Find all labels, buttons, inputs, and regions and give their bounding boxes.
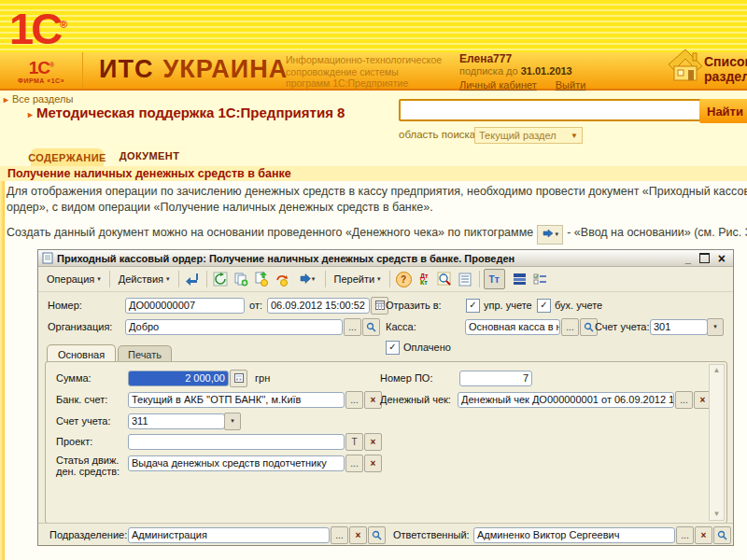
paid-checkbox[interactable]: ✓ (386, 341, 400, 355)
registered-mark: ® (60, 19, 67, 30)
tab-main[interactable]: Основная (47, 344, 116, 363)
window-titlebar[interactable]: Приходный кассовый ордер: Получение нали… (38, 250, 733, 267)
paid-label: Оплачено (403, 342, 451, 353)
scroll-down-icon[interactable]: ▼ (713, 509, 721, 520)
magnifier-icon (366, 322, 376, 332)
toolbar-separator (178, 271, 179, 287)
add-payment-icon[interactable] (252, 270, 272, 288)
structure-icon[interactable] (510, 270, 529, 288)
calculator-icon (234, 373, 244, 383)
cashdesk-choose-button[interactable]: ... (561, 318, 579, 336)
money-check-choose-button[interactable]: ... (675, 391, 693, 409)
money-check-field[interactable]: Денежный чек ДО000000001 от 06.09.2012 1… (458, 392, 674, 408)
journal-icon[interactable] (456, 270, 475, 288)
toolbar-separator (389, 271, 390, 287)
mgmt-accounting-checkbox[interactable]: ✓ (466, 299, 480, 313)
cashflow-item-label-line2: ден. средств: (56, 466, 120, 477)
breadcrumb-all-sections[interactable]: ►Все разделы (2, 93, 73, 105)
create-based-on-icon[interactable]: ▾ (293, 270, 321, 288)
calculator-button[interactable] (230, 370, 247, 387)
division-open-button[interactable] (368, 526, 386, 544)
cashflow-item-field[interactable]: Выдача денежных средств подотчетнику (128, 455, 345, 471)
bank-account-label: Банк. счет: (56, 394, 107, 405)
responsible-label: Ответственный: (393, 529, 470, 540)
brand-title: ИТСУКРАИНА (99, 55, 288, 84)
settings-list-icon[interactable] (530, 270, 550, 288)
close-button[interactable]: × (718, 254, 726, 263)
po-number-label: Номер ПО: (380, 372, 432, 384)
tab-document[interactable]: ДОКУМЕНТ (112, 146, 187, 166)
date-field[interactable]: 06.09.2012 15:00:52 (267, 298, 370, 314)
project-text-button[interactable]: Т (345, 433, 363, 451)
return-payment-icon[interactable] (273, 270, 292, 288)
1c-document-window: Приходный кассовый ордер: Получение нали… (37, 249, 734, 546)
po-number-field[interactable]: 7 (459, 371, 532, 386)
article-title: Получение наличных денежных средств в ба… (7, 167, 291, 180)
currency-label: грн (255, 372, 270, 384)
organization-field[interactable]: Добро (125, 319, 343, 335)
number-field[interactable]: ДО000000007 (125, 298, 245, 314)
goto-menu-button[interactable]: Перейти▾ (330, 270, 386, 288)
breadcrumb-arrow-icon: ► (26, 110, 35, 119)
chevron-down-icon: ▾ (555, 227, 558, 243)
buh-accounting-checkbox[interactable]: ✓ (537, 299, 551, 313)
help-icon[interactable]: ? (394, 270, 414, 288)
reflect-in-label: Отразить в: (386, 300, 442, 311)
responsible-open-button[interactable] (713, 526, 731, 544)
header-top-band: 1С® (0, 0, 747, 52)
operation-menu-button[interactable]: Операция▾ (42, 270, 106, 288)
find-in-list-icon[interactable] (435, 270, 455, 288)
search-button[interactable]: Найти (699, 99, 747, 123)
division-field[interactable]: Администрация (128, 527, 330, 543)
post-document-icon[interactable] (183, 270, 203, 288)
cashdesk-field[interactable]: Основная касса в нац (465, 319, 560, 335)
minimize-button[interactable]: _ (685, 254, 691, 263)
main-tab-panel: Сумма: 2 000,00 грн Номер ПО: 7 Банк. сч… (45, 361, 727, 524)
organization-open-button[interactable] (362, 318, 380, 336)
actions-menu-button[interactable]: Действия▾ (114, 270, 175, 288)
section-title[interactable]: ►Методическая поддержка 1С:Предприятия 8 (26, 105, 345, 120)
toolbar-separator (206, 271, 207, 287)
project-field[interactable] (128, 434, 345, 450)
maximize-button[interactable] (699, 253, 710, 263)
bank-account-choose-button[interactable]: ... (345, 391, 363, 409)
filter-icon[interactable]: Тт (484, 269, 505, 289)
organization-choose-button[interactable]: ... (344, 318, 361, 336)
account-dropdown[interactable]: ▾ (224, 413, 241, 430)
cashflow-choose-button[interactable]: ... (345, 455, 363, 472)
cash-account-label: Счет учета: (595, 321, 649, 332)
bank-account-field[interactable]: Текущий в АКБ ''ОТП БАНК'', м.Київ (128, 392, 345, 408)
division-choose-button[interactable]: ... (331, 526, 348, 544)
cash-account-field[interactable]: 301 (650, 319, 708, 335)
cashflow-clear-button[interactable]: × (364, 455, 382, 472)
user-block: Елена777 подписка до 31.01.2013 Личный к… (459, 53, 585, 91)
brand-its: ИТС (99, 55, 153, 83)
division-label: Подразделение: (49, 529, 127, 540)
account-field[interactable]: 311 (128, 413, 225, 429)
panel-scrollbar[interactable]: ▲ ▼ (709, 364, 725, 521)
based-on-arrow-icon (542, 229, 554, 241)
scroll-up-icon[interactable]: ▲ (713, 365, 721, 376)
house-icon[interactable] (665, 46, 704, 83)
tab-contents[interactable]: СОДЕРЖАНИЕ (31, 148, 104, 166)
division-clear-button[interactable]: × (349, 526, 367, 544)
project-clear-button[interactable]: × (364, 433, 382, 451)
cash-account-dropdown[interactable]: ▾ (707, 318, 724, 336)
date-from-label: от: (249, 300, 262, 311)
sum-field[interactable]: 2 000,00 (128, 371, 229, 386)
responsible-choose-button[interactable]: ... (676, 526, 694, 544)
toolbar-separator (109, 271, 110, 287)
responsible-clear-button[interactable]: × (695, 526, 712, 544)
search-input[interactable] (399, 99, 705, 121)
dtkt-postings-icon[interactable]: ДтКт (415, 270, 434, 288)
input-on-basis-icon[interactable]: ▾ (537, 225, 563, 245)
refresh-icon[interactable] (211, 270, 231, 288)
sum-label: Сумма: (56, 372, 92, 384)
copy-icon[interactable] (232, 270, 251, 288)
firm-label: ФИРМА «1С» (18, 77, 64, 84)
search-scope-dropdown[interactable]: Текущий раздел▼ (474, 127, 583, 144)
brand-country: УКРАИНА (162, 55, 288, 83)
responsible-field[interactable]: Админенко Виктор Сергеевич (473, 527, 675, 543)
buh-accounting-label: бух. учете (555, 300, 602, 311)
sections-list-button[interactable]: Список разделов (704, 54, 747, 84)
